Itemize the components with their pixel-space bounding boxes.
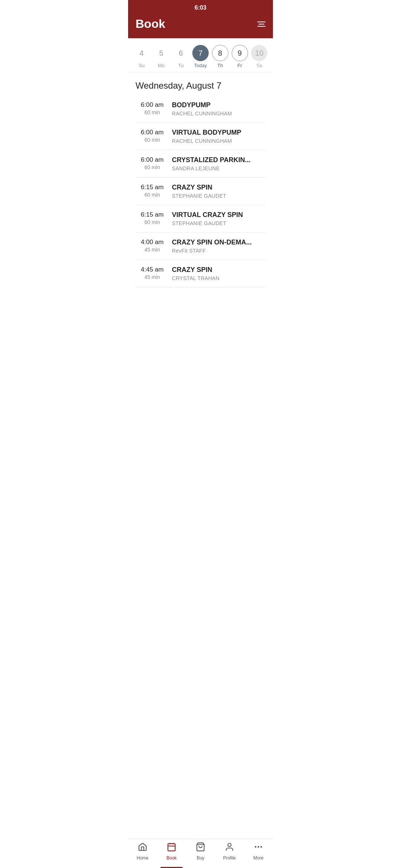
class-time-main-1: 6:00 am <box>136 129 169 136</box>
class-name-5: CRAZY SPIN ON-DEMA... <box>172 239 265 246</box>
day-number-4: 4 <box>133 45 150 61</box>
class-instructor-0: RACHEL CUNNINGHAM <box>172 111 265 116</box>
class-info-4: VIRTUAL CRAZY SPIN STEPHANIE GAUDET <box>169 211 265 226</box>
class-time-main-4: 6:15 am <box>136 211 169 218</box>
class-duration-2: 60 min <box>136 164 169 170</box>
class-instructor-5: RevFit STAFF <box>172 248 265 254</box>
day-label-9: Fr <box>238 63 242 68</box>
day-label-5: Mo <box>158 63 164 68</box>
day-number-8: 8 <box>212 45 228 61</box>
class-info-0: BODYPUMP RACHEL CUNNINGHAM <box>169 101 265 116</box>
class-duration-0: 60 min <box>136 109 169 115</box>
calendar-day-4[interactable]: 4 Su <box>133 45 150 68</box>
class-time-3: 6:15 am 60 min <box>136 184 169 198</box>
class-duration-1: 60 min <box>136 137 169 143</box>
class-instructor-6: CRYSTAL TRAHAN <box>172 275 265 281</box>
class-info-1: VIRTUAL BODYPUMP RACHEL CUNNINGHAM <box>169 129 265 144</box>
class-item-5[interactable]: 4:00 am 45 min CRAZY SPIN ON-DEMA... Rev… <box>136 233 265 260</box>
class-instructor-2: SANDRA LEJEUNE <box>172 165 265 171</box>
calendar-day-5[interactable]: 5 Mo <box>152 45 170 68</box>
class-name-6: CRAZY SPIN <box>172 266 265 274</box>
class-info-6: CRAZY SPIN CRYSTAL TRAHAN <box>169 266 265 281</box>
filter-line-1 <box>257 22 265 22</box>
class-name-1: VIRTUAL BODYPUMP <box>172 129 265 137</box>
class-time-6: 4:45 am 45 min <box>136 266 169 280</box>
class-duration-3: 60 min <box>136 192 169 198</box>
main-content: 4 Su 5 Mo 6 Tu 7 Today 8 Th 9 Fr 10 Sa W… <box>128 38 273 317</box>
class-info-2: CRYSTALIZED PARKIN... SANDRA LEJEUNE <box>169 156 265 171</box>
calendar-day-8[interactable]: 8 Th <box>211 45 229 68</box>
class-name-2: CRYSTALIZED PARKIN... <box>172 156 265 164</box>
filter-button[interactable] <box>257 22 265 27</box>
class-time-0: 6:00 am 60 min <box>136 101 169 115</box>
status-time: 6:03 <box>195 4 206 11</box>
day-label-6: Tu <box>178 63 184 68</box>
page-title: Book <box>136 17 165 31</box>
class-name-4: VIRTUAL CRAZY SPIN <box>172 211 265 219</box>
class-item-3[interactable]: 6:15 am 60 min CRAZY SPIN STEPHANIE GAUD… <box>136 178 265 205</box>
day-label-8: Th <box>217 63 223 68</box>
class-info-5: CRAZY SPIN ON-DEMA... RevFit STAFF <box>169 239 265 254</box>
day-number-10: 10 <box>251 45 267 61</box>
class-time-5: 4:00 am 45 min <box>136 239 169 253</box>
class-item-2[interactable]: 6:00 am 60 min CRYSTALIZED PARKIN... SAN… <box>136 150 265 178</box>
class-duration-5: 45 min <box>136 247 169 253</box>
calendar-day-7[interactable]: 7 Today <box>192 45 209 68</box>
filter-line-2 <box>258 24 264 24</box>
class-time-4: 6:15 am 60 min <box>136 211 169 225</box>
day-number-9: 9 <box>232 45 248 61</box>
class-time-main-3: 6:15 am <box>136 184 169 191</box>
class-info-3: CRAZY SPIN STEPHANIE GAUDET <box>169 184 265 199</box>
status-bar: 6:03 <box>128 0 273 13</box>
class-time-main-0: 6:00 am <box>136 101 169 109</box>
class-time-1: 6:00 am 60 min <box>136 129 169 143</box>
calendar-day-9[interactable]: 9 Fr <box>231 45 249 68</box>
class-item-0[interactable]: 6:00 am 60 min BODYPUMP RACHEL CUNNINGHA… <box>136 95 265 123</box>
class-name-0: BODYPUMP <box>172 101 265 109</box>
class-time-main-2: 6:00 am <box>136 156 169 164</box>
day-label-7: Today <box>194 63 207 68</box>
class-time-main-5: 4:00 am <box>136 239 169 246</box>
day-number-6: 6 <box>173 45 189 61</box>
class-list: 6:00 am 60 min BODYPUMP RACHEL CUNNINGHA… <box>128 95 273 287</box>
class-duration-4: 60 min <box>136 219 169 225</box>
day-label-10: Sa <box>257 63 263 68</box>
class-instructor-4: STEPHANIE GAUDET <box>172 220 265 226</box>
class-item-1[interactable]: 6:00 am 60 min VIRTUAL BODYPUMP RACHEL C… <box>136 123 265 150</box>
calendar-day-6[interactable]: 6 Tu <box>172 45 190 68</box>
class-time-main-6: 4:45 am <box>136 266 169 273</box>
class-instructor-3: STEPHANIE GAUDET <box>172 193 265 199</box>
class-duration-6: 45 min <box>136 274 169 280</box>
filter-line-3 <box>257 26 265 27</box>
date-heading: Wednesday, August 7 <box>128 72 273 95</box>
header: Book <box>128 13 273 38</box>
class-time-2: 6:00 am 60 min <box>136 156 169 170</box>
class-item-6[interactable]: 4:45 am 45 min CRAZY SPIN CRYSTAL TRAHAN <box>136 260 265 287</box>
class-instructor-1: RACHEL CUNNINGHAM <box>172 138 265 144</box>
day-number-7: 7 <box>192 45 209 61</box>
class-name-3: CRAZY SPIN <box>172 184 265 191</box>
calendar-strip: 4 Su 5 Mo 6 Tu 7 Today 8 Th 9 Fr 10 Sa <box>128 38 273 72</box>
calendar-day-10[interactable]: 10 Sa <box>250 45 268 68</box>
class-item-4[interactable]: 6:15 am 60 min VIRTUAL CRAZY SPIN STEPHA… <box>136 205 265 233</box>
day-number-5: 5 <box>153 45 169 61</box>
day-label-4: Su <box>138 63 144 68</box>
